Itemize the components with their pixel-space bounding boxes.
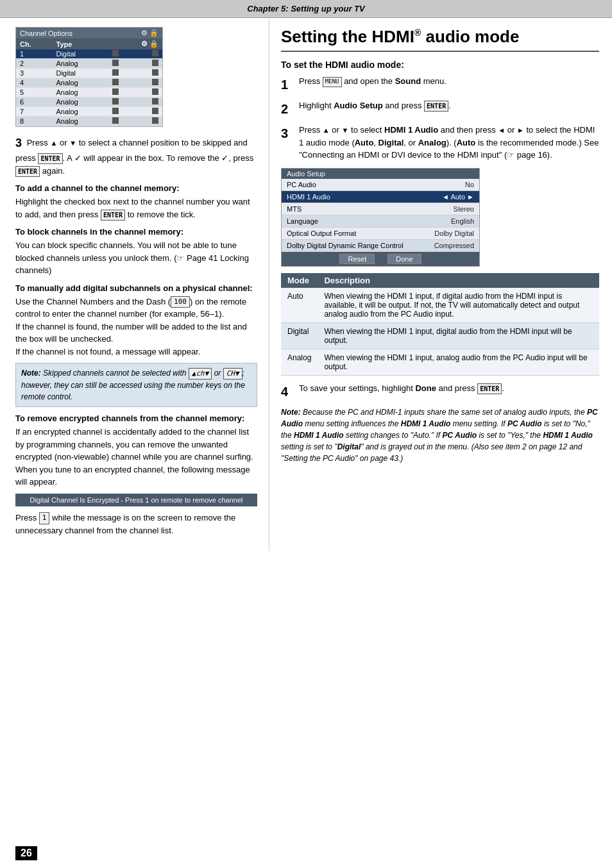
channel-table-icons: ⚙ 🔒 [141, 29, 158, 37]
audio-setup-row: MTSStereo [282, 203, 479, 215]
right-note: Note: Because the PC and HDMI-1 inputs s… [281, 406, 599, 464]
right-step3-text: Press or to select HDMI 1 Audio and then… [299, 124, 599, 162]
mode-label: Digital [281, 322, 318, 349]
audio-setup-row: PC AudioNo [282, 179, 479, 191]
add-channel-heading: To add a channel to the channel memory: [15, 183, 257, 193]
description-col-header: Description [318, 273, 599, 288]
channel-sq1 [108, 97, 135, 107]
block-channels-heading: To block channels in the channel memory: [15, 227, 257, 237]
channel-sq1 [108, 117, 135, 126]
mode-col-header: Mode [281, 273, 318, 288]
mode-label: Analog [281, 349, 318, 375]
channel-type: Analog [52, 78, 108, 88]
enter-key-inline2: ENTER [15, 166, 40, 177]
channel-sq1 [108, 107, 135, 117]
audio-row-value: Dolby Digital [423, 227, 479, 239]
channel-type: Analog [52, 117, 108, 126]
step3-text: Press or to select a channel position to… [15, 138, 253, 176]
remove-encrypted-body2: Press 1 while the message is on the scre… [15, 512, 257, 537]
block-channels-body: You can block specific channels. You wil… [15, 239, 257, 277]
mode-description: When viewing the HDMI 1 input, digital a… [318, 322, 599, 349]
audio-row-label: MTS [282, 203, 423, 215]
channel-type: Digital [52, 49, 108, 59]
channel-num: 3 [16, 69, 52, 78]
hdmi-heading: Setting the HDMI® audio mode [281, 27, 599, 52]
audio-row-value: ◄ Auto ► [423, 190, 479, 203]
channel-options-label: Channel Options [20, 29, 72, 37]
channel-num: 2 [16, 59, 52, 69]
audio-setup-row: HDMI 1 Audio◄ Auto ► [282, 190, 479, 203]
channel-sq1 [108, 88, 135, 97]
right-step2-num: 2 [281, 99, 295, 119]
enter-key-step4: ENTER [477, 383, 502, 394]
audio-row-value: English [423, 215, 479, 227]
right-column: Setting the HDMI® audio mode To set the … [269, 18, 612, 551]
manually-add-heading: To manually add digital subchannels on a… [15, 283, 257, 293]
right-step4-num: 4 [281, 382, 295, 401]
audio-row-label: Optical Output Format [282, 227, 423, 239]
audio-row-label: Language [282, 215, 423, 227]
audio-setup-row: Dolby Digital Dynamic Range ControlCompr… [282, 239, 479, 251]
page-header: Chapter 5: Setting up your TV [0, 0, 612, 18]
channel-num: 4 [16, 78, 52, 88]
done-btn[interactable]: Done [387, 254, 421, 264]
dash-key: 100 [171, 296, 190, 308]
table-row: 8Analog [16, 117, 162, 126]
audio-setup-box: Audio Setup PC AudioNoHDMI 1 Audio◄ Auto… [281, 168, 480, 267]
right-step4: 4 To save your settings, highlight Done … [281, 382, 599, 401]
channel-table-container: Channel Options ⚙ 🔒 Ch. Type ⚙ 🔒 1Digita… [15, 27, 163, 127]
ch-up-key: ▲ch▼ [189, 368, 212, 380]
channel-type: Digital [52, 69, 108, 78]
page-number: 26 [15, 846, 37, 860]
table-row: 5Analog [16, 88, 162, 97]
add-channel-body: Highlight the checked box next to the ch… [15, 196, 257, 221]
right-step3: 3 Press or to select HDMI 1 Audio and th… [281, 124, 599, 162]
right-step1-text: Press MENU and open the Sound menu. [299, 75, 599, 94]
note-skipped: Note: Skipped channels cannot be selecte… [15, 363, 257, 407]
channel-sq2 [135, 97, 162, 107]
mode-label: Auto [281, 288, 318, 323]
channel-sq2 [135, 69, 162, 78]
ch-key: CH▼ [223, 368, 242, 380]
channel-table: Ch. Type ⚙ 🔒 1Digital2Analog3Digital4Ana… [16, 38, 162, 126]
remove-encrypted-heading: To remove encrypted channels from the ch… [15, 413, 257, 423]
mode-description: When viewing the HDMI 1 input, analog au… [318, 349, 599, 375]
right-step4-text: To save your settings, highlight Done an… [299, 382, 599, 401]
channel-num: 7 [16, 107, 52, 117]
channel-num: 6 [16, 97, 52, 107]
audio-setup-row: LanguageEnglish [282, 215, 479, 227]
channel-num: 1 [16, 49, 52, 59]
encrypted-message: Digital Channel Is Encrypted - Press 1 o… [15, 494, 257, 506]
channel-sq2 [135, 107, 162, 117]
manually-add-body: Use the Channel Numbers and the Dash (10… [15, 296, 257, 358]
channel-sq1 [108, 78, 135, 88]
enter-key-step2: ENTER [424, 101, 448, 112]
audio-row-value: Stereo [423, 203, 479, 215]
channel-sq2 [135, 78, 162, 88]
audio-row-value: Compressed [423, 239, 479, 251]
reset-btn[interactable]: Reset [339, 254, 375, 264]
enter-key-add: ENTER [101, 210, 125, 221]
channel-num: 5 [16, 88, 52, 97]
audio-setup-row: Optical Output FormatDolby Digital [282, 227, 479, 239]
mode-table-row: AnalogWhen viewing the HDMI 1 input, ana… [281, 349, 599, 375]
right-step2-text: Highlight Audio Setup and press ENTER. [299, 99, 599, 119]
right-step1-num: 1 [281, 75, 295, 94]
channel-type: Analog [52, 107, 108, 117]
mode-table-row: AutoWhen viewing the HDMI 1 input, if di… [281, 288, 599, 323]
remove-encrypted-body1: If an encrypted channel is accidentally … [15, 426, 257, 488]
table-row: 1Digital [16, 49, 162, 59]
right-step2: 2 Highlight Audio Setup and press ENTER. [281, 99, 599, 119]
table-row: 2Analog [16, 59, 162, 69]
channel-sq1 [108, 59, 135, 69]
table-row: 6Analog [16, 97, 162, 107]
table-row: 7Analog [16, 107, 162, 117]
channel-sq2 [135, 49, 162, 59]
channel-sq2 [135, 59, 162, 69]
channel-sq1 [108, 69, 135, 78]
col-squares: ⚙ 🔒 [108, 38, 162, 49]
col-type: Type [52, 38, 108, 49]
col-ch: Ch. [16, 38, 52, 49]
channel-type: Analog [52, 97, 108, 107]
audio-row-label: PC Audio [282, 179, 423, 191]
